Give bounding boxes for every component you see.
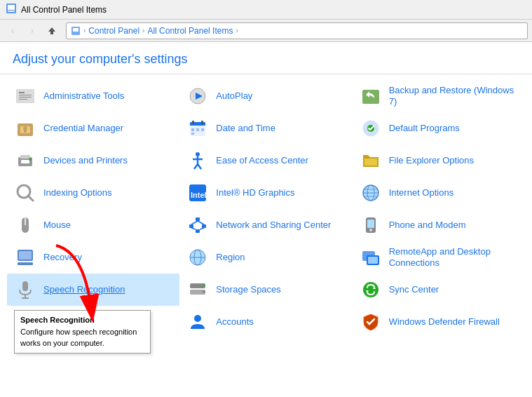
item-sync-center[interactable]: Sync Center	[353, 274, 525, 306]
storage-spaces-icon	[186, 278, 209, 301]
item-credential-manager[interactable]: Credential Manager	[7, 112, 179, 144]
item-internet-options[interactable]: Internet Options	[353, 177, 525, 209]
forward-button[interactable]: ›	[24, 22, 41, 39]
item-default-programs[interactable]: Default Programs	[353, 112, 525, 144]
item-speech-recognition[interactable]: Speech Recognition Speech Recognition Co…	[7, 274, 179, 306]
svg-rect-52	[196, 217, 200, 221]
svg-line-55	[191, 221, 198, 224]
title-bar-text: All Control Panel Items	[21, 5, 107, 15]
indexing-options-icon	[14, 182, 36, 204]
svg-rect-25	[18, 262, 33, 265]
svg-rect-57	[196, 229, 200, 233]
item-indexing-options[interactable]: Indexing Options	[7, 177, 179, 209]
autoplay-icon	[186, 85, 209, 107]
item-region[interactable]: Region	[179, 241, 352, 274]
admin-tools-label: Administrative Tools	[43, 90, 124, 102]
item-autoplay[interactable]: AutoPlay	[179, 80, 352, 112]
svg-rect-42	[196, 128, 199, 131]
ease-of-access-icon	[186, 149, 209, 172]
item-mouse[interactable]: Mouse	[7, 209, 179, 241]
mouse-label: Mouse	[43, 220, 71, 231]
title-bar: All Control Panel Items	[0, 0, 532, 20]
windows-defender-icon	[360, 311, 382, 333]
column-2: AutoPlay Date and Time Ease of Access Ce…	[179, 80, 352, 338]
backup-restore-label: Backup and Restore (Windows 7)	[389, 85, 518, 107]
svg-line-58	[191, 228, 196, 229]
column-3: Backup and Restore (Windows 7) Default P…	[353, 80, 525, 338]
addr-all-items[interactable]: All Control Panel Items	[147, 26, 233, 36]
svg-rect-26	[22, 281, 28, 291]
svg-line-49	[198, 164, 201, 169]
tooltip-description: Configure how speech recognition works o…	[20, 327, 144, 349]
svg-rect-53	[189, 224, 193, 228]
date-time-label: Date and Time	[216, 123, 275, 134]
phone-modem-icon	[360, 214, 382, 236]
svg-rect-4	[73, 28, 79, 32]
default-programs-label: Default Programs	[389, 123, 460, 134]
svg-rect-39	[192, 121, 194, 124]
addr-sep1: ›	[83, 27, 86, 34]
autoplay-label: AutoPlay	[216, 90, 252, 102]
svg-point-65	[203, 284, 205, 287]
svg-rect-7	[19, 92, 25, 93]
recovery-icon	[14, 246, 36, 269]
main-header: Adjust your computer's settings	[0, 42, 532, 74]
svg-rect-40	[201, 121, 203, 124]
svg-rect-1	[8, 5, 15, 10]
item-intel-graphics[interactable]: Intel Intel® HD Graphics	[179, 177, 352, 209]
svg-rect-17	[20, 155, 30, 159]
addr-control-panel[interactable]: Control Panel	[88, 26, 139, 36]
devices-printers-label: Devices and Printers	[43, 155, 128, 166]
item-phone-modem[interactable]: Phone and Modem	[353, 209, 525, 241]
svg-rect-43	[201, 128, 204, 131]
up-button[interactable]	[43, 22, 60, 39]
date-time-icon	[186, 117, 209, 140]
content-area: Administrative Tools Credential Manager …	[0, 74, 532, 394]
svg-text:Intel: Intel	[191, 191, 207, 199]
ease-of-access-label: Ease of Access Center	[216, 155, 308, 166]
internet-options-icon	[360, 182, 382, 204]
svg-rect-82	[368, 257, 378, 264]
item-windows-defender[interactable]: Windows Defender Firewall	[353, 306, 525, 338]
item-admin-tools[interactable]: Administrative Tools	[7, 80, 179, 112]
internet-options-label: Internet Options	[389, 187, 454, 198]
sync-center-icon	[360, 278, 382, 301]
column-1: Administrative Tools Credential Manager …	[7, 80, 179, 338]
remoteapp-label: RemoteApp and Desktop Connections	[389, 246, 518, 268]
addr-sep2: ›	[142, 27, 144, 34]
storage-spaces-label: Storage Spaces	[216, 284, 281, 295]
page-title: Adjust your computer's settings	[13, 52, 519, 67]
region-icon	[186, 246, 209, 269]
svg-point-45	[196, 152, 200, 156]
intel-graphics-label: Intel® HD Graphics	[216, 187, 294, 198]
item-network-sharing[interactable]: Network and Sharing Center	[179, 209, 352, 241]
credential-manager-icon	[14, 117, 36, 140]
item-ease-of-access[interactable]: Ease of Access Center	[179, 144, 352, 177]
item-recovery[interactable]: Recovery	[7, 241, 179, 274]
svg-rect-14	[24, 129, 27, 133]
item-date-time[interactable]: Date and Time	[179, 112, 352, 144]
item-storage-spaces[interactable]: Storage Spaces	[179, 274, 352, 306]
svg-rect-44	[191, 133, 194, 135]
svg-rect-78	[367, 220, 374, 228]
items-grid: Administrative Tools Credential Manager …	[7, 80, 525, 338]
item-backup-restore[interactable]: Backup and Restore (Windows 7)	[353, 80, 525, 112]
svg-point-79	[369, 229, 372, 231]
svg-rect-68	[362, 90, 379, 104]
svg-rect-8	[19, 95, 32, 95]
default-programs-icon	[360, 117, 382, 140]
address-bar: › Control Panel › All Control Panel Item…	[66, 22, 528, 39]
network-sharing-label: Network and Sharing Center	[216, 220, 331, 231]
item-devices-printers[interactable]: Devices and Printers	[7, 144, 179, 177]
item-user-accounts[interactable]: Accounts	[179, 306, 352, 338]
svg-point-67	[194, 315, 201, 322]
item-file-explorer-options[interactable]: File Explorer Options	[353, 144, 525, 177]
indexing-options-label: Indexing Options	[43, 187, 112, 198]
tooltip-title: Speech Recognition	[20, 315, 144, 325]
sync-center-label: Sync Center	[389, 284, 439, 295]
item-remoteapp[interactable]: RemoteApp and Desktop Connections	[353, 241, 525, 274]
back-button[interactable]: ‹	[4, 22, 21, 39]
speech-recognition-icon	[14, 278, 36, 301]
file-explorer-options-label: File Explorer Options	[389, 155, 474, 166]
svg-rect-41	[191, 128, 194, 131]
